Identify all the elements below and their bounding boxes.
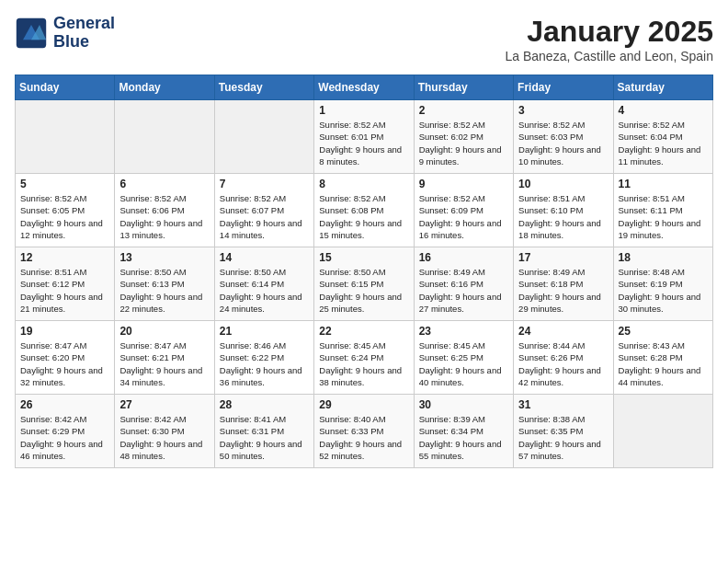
calendar-cell: 24Sunrise: 8:44 AM Sunset: 6:26 PM Dayli… [514, 321, 613, 395]
calendar-cell: 20Sunrise: 8:47 AM Sunset: 6:21 PM Dayli… [115, 321, 214, 395]
calendar-cell: 21Sunrise: 8:46 AM Sunset: 6:22 PM Dayli… [214, 321, 313, 395]
cell-info: Sunrise: 8:49 AM Sunset: 6:16 PM Dayligh… [419, 266, 508, 315]
cell-info: Sunrise: 8:47 AM Sunset: 6:20 PM Dayligh… [20, 339, 109, 388]
calendar-cell: 17Sunrise: 8:49 AM Sunset: 6:18 PM Dayli… [514, 247, 613, 321]
location-subtitle: La Baneza, Castille and Leon, Spain [506, 49, 714, 63]
day-number: 26 [20, 398, 109, 411]
logo-icon [15, 17, 48, 50]
day-number: 9 [419, 178, 508, 190]
day-number: 23 [419, 325, 508, 338]
cell-info: Sunrise: 8:48 AM Sunset: 6:19 PM Dayligh… [619, 266, 708, 315]
cell-info: Sunrise: 8:52 AM Sunset: 6:06 PM Dayligh… [119, 192, 209, 241]
day-number: 2 [419, 104, 508, 117]
calendar-cell: 14Sunrise: 8:50 AM Sunset: 6:14 PM Dayli… [214, 247, 313, 321]
calendar-week-2: 5Sunrise: 8:52 AM Sunset: 6:05 PM Daylig… [16, 174, 713, 247]
cell-info: Sunrise: 8:52 AM Sunset: 6:09 PM Dayligh… [419, 192, 508, 241]
day-number: 17 [518, 251, 608, 264]
cell-info: Sunrise: 8:42 AM Sunset: 6:29 PM Dayligh… [20, 413, 109, 462]
day-number: 7 [220, 178, 309, 190]
calendar-week-5: 26Sunrise: 8:42 AM Sunset: 6:29 PM Dayli… [16, 395, 713, 468]
day-number: 16 [419, 251, 508, 264]
logo-line2: Blue [53, 32, 89, 51]
cell-info: Sunrise: 8:51 AM Sunset: 6:10 PM Dayligh… [518, 192, 608, 241]
calendar-cell: 15Sunrise: 8:50 AM Sunset: 6:15 PM Dayli… [314, 247, 414, 321]
calendar-cell [613, 395, 712, 468]
calendar-cell: 8Sunrise: 8:52 AM Sunset: 6:08 PM Daylig… [314, 174, 414, 247]
cell-info: Sunrise: 8:38 AM Sunset: 6:35 PM Dayligh… [518, 413, 608, 462]
day-number: 10 [518, 178, 608, 190]
weekday-header-thursday: Thursday [414, 75, 513, 100]
calendar-cell: 5Sunrise: 8:52 AM Sunset: 6:05 PM Daylig… [16, 174, 115, 247]
month-title: January 2025 [506, 15, 714, 49]
calendar-week-4: 19Sunrise: 8:47 AM Sunset: 6:20 PM Dayli… [16, 321, 713, 395]
calendar-cell: 28Sunrise: 8:41 AM Sunset: 6:31 PM Dayli… [214, 395, 313, 468]
calendar-cell: 13Sunrise: 8:50 AM Sunset: 6:13 PM Dayli… [115, 247, 214, 321]
calendar-cell [16, 100, 115, 174]
cell-info: Sunrise: 8:52 AM Sunset: 6:07 PM Dayligh… [220, 192, 309, 241]
cell-info: Sunrise: 8:45 AM Sunset: 6:24 PM Dayligh… [319, 339, 408, 388]
cell-info: Sunrise: 8:51 AM Sunset: 6:11 PM Dayligh… [619, 192, 708, 241]
calendar-cell: 7Sunrise: 8:52 AM Sunset: 6:07 PM Daylig… [214, 174, 313, 247]
cell-info: Sunrise: 8:52 AM Sunset: 6:02 PM Dayligh… [419, 119, 508, 167]
calendar-cell: 19Sunrise: 8:47 AM Sunset: 6:20 PM Dayli… [16, 321, 115, 395]
cell-info: Sunrise: 8:43 AM Sunset: 6:28 PM Dayligh… [619, 339, 708, 388]
calendar-cell: 30Sunrise: 8:39 AM Sunset: 6:34 PM Dayli… [414, 395, 513, 468]
cell-info: Sunrise: 8:41 AM Sunset: 6:31 PM Dayligh… [220, 413, 309, 462]
cell-info: Sunrise: 8:39 AM Sunset: 6:34 PM Dayligh… [419, 413, 508, 462]
calendar-table: SundayMondayTuesdayWednesdayThursdayFrid… [15, 75, 713, 468]
day-number: 20 [119, 325, 209, 338]
day-number: 18 [619, 251, 708, 264]
cell-info: Sunrise: 8:52 AM Sunset: 6:04 PM Dayligh… [619, 119, 708, 167]
logo: General Blue [15, 15, 115, 52]
day-number: 1 [319, 104, 408, 117]
calendar-week-3: 12Sunrise: 8:51 AM Sunset: 6:12 PM Dayli… [16, 247, 713, 321]
weekday-header-friday: Friday [514, 75, 613, 100]
calendar-cell: 25Sunrise: 8:43 AM Sunset: 6:28 PM Dayli… [613, 321, 712, 395]
calendar-cell: 4Sunrise: 8:52 AM Sunset: 6:04 PM Daylig… [613, 100, 712, 174]
cell-info: Sunrise: 8:52 AM Sunset: 6:05 PM Dayligh… [20, 192, 109, 241]
day-number: 6 [119, 178, 209, 190]
calendar-cell [214, 100, 313, 174]
day-number: 21 [220, 325, 309, 338]
logo-line1: General [53, 14, 115, 32]
calendar-cell: 18Sunrise: 8:48 AM Sunset: 6:19 PM Dayli… [613, 247, 712, 321]
title-block: January 2025 La Baneza, Castille and Leo… [506, 15, 714, 63]
calendar-cell [115, 100, 214, 174]
day-number: 12 [20, 251, 109, 264]
calendar-cell: 31Sunrise: 8:38 AM Sunset: 6:35 PM Dayli… [514, 395, 613, 468]
cell-info: Sunrise: 8:50 AM Sunset: 6:15 PM Dayligh… [319, 266, 408, 315]
cell-info: Sunrise: 8:50 AM Sunset: 6:13 PM Dayligh… [119, 266, 209, 315]
calendar-cell: 9Sunrise: 8:52 AM Sunset: 6:09 PM Daylig… [414, 174, 513, 247]
logo-text: General Blue [53, 15, 115, 52]
cell-info: Sunrise: 8:47 AM Sunset: 6:21 PM Dayligh… [119, 339, 209, 388]
calendar-cell: 6Sunrise: 8:52 AM Sunset: 6:06 PM Daylig… [115, 174, 214, 247]
day-number: 31 [518, 398, 608, 411]
day-number: 28 [220, 398, 309, 411]
cell-info: Sunrise: 8:52 AM Sunset: 6:08 PM Dayligh… [319, 192, 408, 241]
calendar-cell: 16Sunrise: 8:49 AM Sunset: 6:16 PM Dayli… [414, 247, 513, 321]
calendar-cell: 12Sunrise: 8:51 AM Sunset: 6:12 PM Dayli… [16, 247, 115, 321]
day-number: 5 [20, 178, 109, 190]
cell-info: Sunrise: 8:51 AM Sunset: 6:12 PM Dayligh… [20, 266, 109, 315]
calendar-cell: 22Sunrise: 8:45 AM Sunset: 6:24 PM Dayli… [314, 321, 414, 395]
cell-info: Sunrise: 8:42 AM Sunset: 6:30 PM Dayligh… [119, 413, 209, 462]
weekday-header-tuesday: Tuesday [214, 75, 313, 100]
day-number: 11 [619, 178, 708, 190]
cell-info: Sunrise: 8:40 AM Sunset: 6:33 PM Dayligh… [319, 413, 408, 462]
calendar-cell: 2Sunrise: 8:52 AM Sunset: 6:02 PM Daylig… [414, 100, 513, 174]
calendar-cell: 11Sunrise: 8:51 AM Sunset: 6:11 PM Dayli… [613, 174, 712, 247]
calendar-cell: 26Sunrise: 8:42 AM Sunset: 6:29 PM Dayli… [16, 395, 115, 468]
day-number: 29 [319, 398, 408, 411]
day-number: 14 [220, 251, 309, 264]
calendar-cell: 3Sunrise: 8:52 AM Sunset: 6:03 PM Daylig… [514, 100, 613, 174]
day-number: 24 [518, 325, 608, 338]
cell-info: Sunrise: 8:52 AM Sunset: 6:03 PM Dayligh… [518, 119, 608, 167]
cell-info: Sunrise: 8:50 AM Sunset: 6:14 PM Dayligh… [220, 266, 309, 315]
cell-info: Sunrise: 8:46 AM Sunset: 6:22 PM Dayligh… [220, 339, 309, 388]
calendar-cell: 23Sunrise: 8:45 AM Sunset: 6:25 PM Dayli… [414, 321, 513, 395]
weekday-header-saturday: Saturday [613, 75, 712, 100]
calendar-cell: 29Sunrise: 8:40 AM Sunset: 6:33 PM Dayli… [314, 395, 414, 468]
day-number: 25 [619, 325, 708, 338]
cell-info: Sunrise: 8:49 AM Sunset: 6:18 PM Dayligh… [518, 266, 608, 315]
calendar-cell: 10Sunrise: 8:51 AM Sunset: 6:10 PM Dayli… [514, 174, 613, 247]
